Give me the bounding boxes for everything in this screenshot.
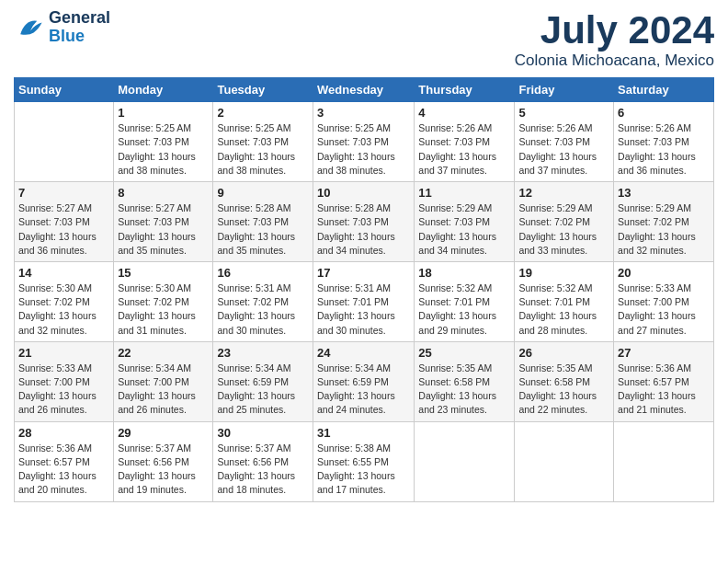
day-number: 20 xyxy=(618,266,710,280)
day-number: 16 xyxy=(217,266,309,280)
day-info: Sunrise: 5:26 AM Sunset: 7:03 PM Dayligh… xyxy=(618,121,710,178)
day-cell: 25Sunrise: 5:35 AM Sunset: 6:58 PM Dayli… xyxy=(415,341,515,421)
day-number: 21 xyxy=(18,346,109,360)
day-cell: 3Sunrise: 5:25 AM Sunset: 7:03 PM Daylig… xyxy=(313,102,415,182)
day-number: 5 xyxy=(518,106,609,120)
day-info: Sunrise: 5:36 AM Sunset: 6:57 PM Dayligh… xyxy=(618,362,710,418)
day-cell: 4Sunrise: 5:26 AM Sunset: 7:03 PM Daylig… xyxy=(415,102,515,182)
day-info: Sunrise: 5:30 AM Sunset: 7:02 PM Dayligh… xyxy=(118,282,209,338)
header-row: SundayMondayTuesdayWednesdayThursdayFrid… xyxy=(15,78,714,102)
header-saturday: Saturday xyxy=(614,78,714,102)
day-info: Sunrise: 5:35 AM Sunset: 6:58 PM Dayligh… xyxy=(418,362,510,418)
day-number: 12 xyxy=(518,186,609,200)
day-info: Sunrise: 5:29 AM Sunset: 7:03 PM Dayligh… xyxy=(418,201,510,258)
day-number: 2 xyxy=(217,106,309,120)
day-cell: 19Sunrise: 5:32 AM Sunset: 7:01 PM Dayli… xyxy=(515,261,614,341)
day-number: 1 xyxy=(118,106,209,120)
month-title: July 2024 xyxy=(515,9,714,52)
day-info: Sunrise: 5:29 AM Sunset: 7:02 PM Dayligh… xyxy=(518,201,609,258)
day-cell xyxy=(415,421,515,501)
logo-text: General Blue xyxy=(49,9,110,46)
day-number: 27 xyxy=(618,346,710,360)
week-row-5: 28Sunrise: 5:36 AM Sunset: 6:57 PM Dayli… xyxy=(15,421,714,501)
day-info: Sunrise: 5:31 AM Sunset: 7:02 PM Dayligh… xyxy=(217,282,309,338)
day-info: Sunrise: 5:33 AM Sunset: 7:00 PM Dayligh… xyxy=(18,362,109,418)
day-cell: 6Sunrise: 5:26 AM Sunset: 7:03 PM Daylig… xyxy=(614,102,714,182)
day-info: Sunrise: 5:32 AM Sunset: 7:01 PM Dayligh… xyxy=(518,282,609,338)
location-title: Colonia Michoacana, Mexico xyxy=(515,52,714,70)
day-cell: 7Sunrise: 5:27 AM Sunset: 7:03 PM Daylig… xyxy=(15,182,114,262)
logo-bird-icon xyxy=(14,11,47,44)
day-number: 13 xyxy=(618,186,710,200)
day-number: 3 xyxy=(317,106,410,120)
day-number: 26 xyxy=(518,346,609,360)
day-info: Sunrise: 5:32 AM Sunset: 7:01 PM Dayligh… xyxy=(418,282,510,338)
header-tuesday: Tuesday xyxy=(213,78,313,102)
title-block: July 2024 Colonia Michoacana, Mexico xyxy=(515,9,714,70)
day-number: 6 xyxy=(618,106,710,120)
day-number: 17 xyxy=(317,266,410,280)
week-row-4: 21Sunrise: 5:33 AM Sunset: 7:00 PM Dayli… xyxy=(15,341,714,421)
week-row-1: 1Sunrise: 5:25 AM Sunset: 7:03 PM Daylig… xyxy=(15,102,714,182)
day-number: 14 xyxy=(18,266,109,280)
day-cell: 8Sunrise: 5:27 AM Sunset: 7:03 PM Daylig… xyxy=(114,182,213,262)
day-info: Sunrise: 5:36 AM Sunset: 6:57 PM Dayligh… xyxy=(18,442,109,498)
day-number: 18 xyxy=(418,266,510,280)
week-row-3: 14Sunrise: 5:30 AM Sunset: 7:02 PM Dayli… xyxy=(15,261,714,341)
header-thursday: Thursday xyxy=(415,78,515,102)
day-cell: 21Sunrise: 5:33 AM Sunset: 7:00 PM Dayli… xyxy=(15,341,114,421)
week-row-2: 7Sunrise: 5:27 AM Sunset: 7:03 PM Daylig… xyxy=(15,182,714,262)
day-number: 9 xyxy=(217,186,309,200)
day-cell: 29Sunrise: 5:37 AM Sunset: 6:56 PM Dayli… xyxy=(114,421,213,501)
day-cell: 13Sunrise: 5:29 AM Sunset: 7:02 PM Dayli… xyxy=(614,182,714,262)
day-cell: 30Sunrise: 5:37 AM Sunset: 6:56 PM Dayli… xyxy=(213,421,313,501)
day-cell: 12Sunrise: 5:29 AM Sunset: 7:02 PM Dayli… xyxy=(515,182,614,262)
day-cell: 22Sunrise: 5:34 AM Sunset: 7:00 PM Dayli… xyxy=(114,341,213,421)
day-number: 31 xyxy=(317,426,410,440)
page-header: General Blue July 2024 Colonia Michoacan… xyxy=(14,9,714,70)
day-cell: 15Sunrise: 5:30 AM Sunset: 7:02 PM Dayli… xyxy=(114,261,213,341)
day-number: 29 xyxy=(118,426,209,440)
day-cell: 16Sunrise: 5:31 AM Sunset: 7:02 PM Dayli… xyxy=(213,261,313,341)
day-info: Sunrise: 5:30 AM Sunset: 7:02 PM Dayligh… xyxy=(18,282,109,338)
day-number: 28 xyxy=(18,426,109,440)
day-info: Sunrise: 5:33 AM Sunset: 7:00 PM Dayligh… xyxy=(618,282,710,338)
day-info: Sunrise: 5:37 AM Sunset: 6:56 PM Dayligh… xyxy=(217,442,309,498)
day-cell xyxy=(15,102,114,182)
day-number: 7 xyxy=(18,186,109,200)
day-cell: 10Sunrise: 5:28 AM Sunset: 7:03 PM Dayli… xyxy=(313,182,415,262)
day-info: Sunrise: 5:28 AM Sunset: 7:03 PM Dayligh… xyxy=(217,201,309,258)
day-cell: 17Sunrise: 5:31 AM Sunset: 7:01 PM Dayli… xyxy=(313,261,415,341)
logo: General Blue xyxy=(14,9,110,46)
day-cell: 31Sunrise: 5:38 AM Sunset: 6:55 PM Dayli… xyxy=(313,421,415,501)
logo-blue: Blue xyxy=(49,28,110,46)
day-cell xyxy=(614,421,714,501)
day-cell: 5Sunrise: 5:26 AM Sunset: 7:03 PM Daylig… xyxy=(515,102,614,182)
day-info: Sunrise: 5:34 AM Sunset: 6:59 PM Dayligh… xyxy=(217,362,309,418)
day-info: Sunrise: 5:34 AM Sunset: 6:59 PM Dayligh… xyxy=(317,362,410,418)
day-info: Sunrise: 5:38 AM Sunset: 6:55 PM Dayligh… xyxy=(317,442,410,498)
header-friday: Friday xyxy=(515,78,614,102)
day-number: 30 xyxy=(217,426,309,440)
day-cell: 14Sunrise: 5:30 AM Sunset: 7:02 PM Dayli… xyxy=(15,261,114,341)
logo-general: General xyxy=(49,9,110,28)
day-cell: 2Sunrise: 5:25 AM Sunset: 7:03 PM Daylig… xyxy=(213,102,313,182)
header-sunday: Sunday xyxy=(15,78,114,102)
day-info: Sunrise: 5:27 AM Sunset: 7:03 PM Dayligh… xyxy=(118,201,209,258)
day-info: Sunrise: 5:34 AM Sunset: 7:00 PM Dayligh… xyxy=(118,362,209,418)
day-number: 24 xyxy=(317,346,410,360)
day-number: 23 xyxy=(217,346,309,360)
day-info: Sunrise: 5:29 AM Sunset: 7:02 PM Dayligh… xyxy=(618,201,710,258)
day-info: Sunrise: 5:25 AM Sunset: 7:03 PM Dayligh… xyxy=(118,121,209,178)
day-number: 10 xyxy=(317,186,410,200)
day-number: 15 xyxy=(118,266,209,280)
day-cell xyxy=(515,421,614,501)
day-info: Sunrise: 5:35 AM Sunset: 6:58 PM Dayligh… xyxy=(518,362,609,418)
header-wednesday: Wednesday xyxy=(313,78,415,102)
day-cell: 27Sunrise: 5:36 AM Sunset: 6:57 PM Dayli… xyxy=(614,341,714,421)
day-cell: 26Sunrise: 5:35 AM Sunset: 6:58 PM Dayli… xyxy=(515,341,614,421)
calendar-table: SundayMondayTuesdayWednesdayThursdayFrid… xyxy=(14,77,714,501)
day-number: 25 xyxy=(418,346,510,360)
day-cell: 23Sunrise: 5:34 AM Sunset: 6:59 PM Dayli… xyxy=(213,341,313,421)
day-cell: 28Sunrise: 5:36 AM Sunset: 6:57 PM Dayli… xyxy=(15,421,114,501)
